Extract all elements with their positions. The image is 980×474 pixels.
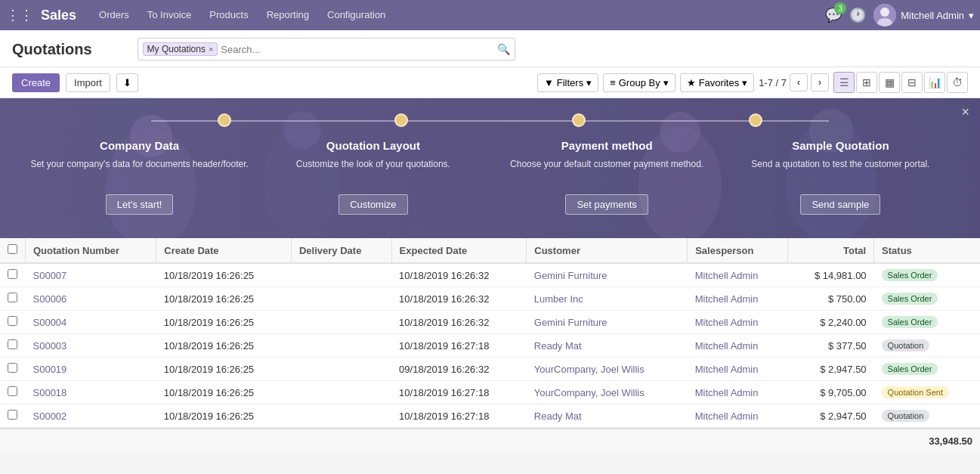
expected-date-4: 09/18/2019 16:26:32	[391, 358, 527, 381]
import-button[interactable]: Import	[66, 73, 110, 92]
col-status[interactable]: Status	[874, 238, 980, 263]
quotation-number-6[interactable]: S00002	[26, 404, 156, 428]
salesperson-3[interactable]: Mitchell Admin	[688, 334, 788, 358]
search-icon[interactable]: 🔍	[497, 43, 510, 55]
messages-icon-wrap[interactable]: 💬 3	[825, 7, 842, 23]
expected-date-1: 10/18/2019 16:26:32	[391, 287, 527, 311]
step-2-button[interactable]: Customize	[339, 194, 407, 215]
col-create-date[interactable]: Create Date	[156, 238, 292, 263]
toolbar-right: ▼ Filters ▾ ≡ Group By ▾ ★ Favorites ▾ 1…	[537, 72, 968, 93]
download-button[interactable]: ⬇	[116, 73, 138, 92]
col-total[interactable]: Total	[788, 238, 874, 263]
col-salesperson[interactable]: Salesperson	[688, 238, 788, 263]
menu-reporting[interactable]: Reporting	[259, 0, 317, 30]
search-input[interactable]	[221, 44, 496, 55]
col-delivery-date[interactable]: Delivery Date	[291, 238, 391, 263]
toolbar: Create Import ⬇ ▼ Filters ▾ ≡ Group By ▾…	[0, 67, 980, 98]
onboarding-step-3: Payment method Choose your default custo…	[490, 139, 724, 215]
activity-view-button[interactable]: ⏱	[947, 72, 968, 93]
onboarding-steps: Company Data Set your company's data for…	[0, 139, 980, 215]
customer-6[interactable]: Ready Mat	[527, 404, 688, 428]
list-view-button[interactable]: ☰	[833, 72, 855, 93]
customer-3[interactable]: Ready Mat	[527, 334, 688, 358]
row-checkbox-0[interactable]	[8, 269, 17, 279]
quotation-number-2[interactable]: S00004	[26, 311, 156, 334]
grid-icon[interactable]: ⋮⋮	[6, 7, 33, 23]
create-date-4: 10/18/2019 16:26:25	[156, 358, 292, 381]
col-customer[interactable]: Customer	[527, 238, 688, 263]
status-4: Sales Order	[874, 358, 980, 381]
row-checkbox-5[interactable]	[8, 386, 17, 396]
prev-page-button[interactable]: ‹	[790, 73, 808, 91]
select-all-header[interactable]	[0, 238, 26, 263]
customer-1[interactable]: Lumber Inc	[527, 287, 688, 311]
row-checkbox-6[interactable]	[8, 410, 17, 420]
step-3-title: Payment method	[561, 139, 653, 152]
user-menu[interactable]: Mitchell Admin ▾	[873, 4, 974, 26]
table-row: S00003 10/18/2019 16:26:25 10/18/2019 16…	[0, 334, 980, 358]
star-icon: ★	[687, 77, 696, 88]
delivery-date-3	[291, 334, 391, 358]
onboarding-step-2: Quotation Layout Customize the look of y…	[256, 139, 490, 215]
total-3: $ 377.50	[788, 334, 874, 358]
col-expected-date[interactable]: Expected Date	[391, 238, 527, 263]
delivery-date-5	[291, 381, 391, 404]
pagination-text: 1-7 / 7	[759, 77, 787, 88]
row-checkbox-1[interactable]	[8, 293, 17, 302]
calendar-view-button[interactable]: ▦	[879, 72, 900, 93]
table-row: S00004 10/18/2019 16:26:25 10/18/2019 16…	[0, 311, 980, 334]
next-page-button[interactable]: ›	[811, 73, 829, 91]
select-all-checkbox[interactable]	[8, 244, 17, 254]
total-0: $ 14,981.00	[788, 263, 874, 287]
group-by-button[interactable]: ≡ Group By ▾	[603, 73, 675, 92]
quotation-number-0[interactable]: S00007	[26, 263, 156, 287]
menu-to-invoice[interactable]: To Invoice	[140, 0, 199, 30]
step-dot-4	[749, 113, 762, 127]
filters-button[interactable]: ▼ Filters ▾	[537, 73, 598, 92]
customer-5[interactable]: YourCompany, Joel Willis	[527, 381, 688, 404]
search-tag-label: My Quotations	[147, 44, 206, 54]
row-checkbox-3[interactable]	[8, 339, 17, 349]
status-1: Sales Order	[874, 287, 980, 311]
menu-orders[interactable]: Orders	[91, 0, 137, 30]
customer-0[interactable]: Gemini Furniture	[527, 263, 688, 287]
favorites-button[interactable]: ★ Favorites ▾	[680, 73, 754, 92]
total-2: $ 2,240.00	[788, 311, 874, 334]
salesperson-1[interactable]: Mitchell Admin	[688, 287, 788, 311]
salesperson-6[interactable]: Mitchell Admin	[688, 404, 788, 428]
step-3-button[interactable]: Set payments	[565, 194, 648, 215]
col-quotation-number[interactable]: Quotation Number	[26, 238, 156, 263]
create-button[interactable]: Create	[12, 73, 60, 92]
status-5: Quotation Sent	[874, 381, 980, 404]
quotation-number-1[interactable]: S00006	[26, 287, 156, 311]
create-date-0: 10/18/2019 16:26:25	[156, 263, 292, 287]
menu-products[interactable]: Products	[202, 0, 255, 30]
step-dot-1	[218, 113, 231, 127]
salesperson-4[interactable]: Mitchell Admin	[688, 358, 788, 381]
salesperson-2[interactable]: Mitchell Admin	[688, 311, 788, 334]
row-checkbox-4[interactable]	[8, 363, 17, 373]
salesperson-0[interactable]: Mitchell Admin	[688, 263, 788, 287]
expected-date-5: 10/18/2019 16:27:18	[391, 381, 527, 404]
menu-configuration[interactable]: Configuration	[320, 0, 393, 30]
step-4-desc: Send a quotation to test the customer po…	[751, 158, 929, 185]
step-4-button[interactable]: Send sample	[800, 194, 880, 215]
step-1-button[interactable]: Let's start!	[106, 194, 174, 215]
quotation-number-5[interactable]: S00018	[26, 381, 156, 404]
app-brand: Sales	[41, 8, 76, 23]
customer-2[interactable]: Gemini Furniture	[527, 311, 688, 334]
search-tag-close[interactable]: ×	[209, 45, 213, 54]
clock-icon[interactable]: 🕐	[849, 7, 866, 23]
svg-point-1	[880, 8, 889, 17]
row-checkbox-2[interactable]	[8, 316, 17, 326]
kanban-view-button[interactable]: ⊞	[856, 72, 877, 93]
top-navigation: ⋮⋮ Sales Orders To Invoice Products Repo…	[0, 0, 980, 30]
onboarding-close-button[interactable]: ×	[961, 104, 969, 120]
graph-view-button[interactable]: 📊	[924, 72, 945, 93]
customer-4[interactable]: YourCompany, Joel Willis	[527, 358, 688, 381]
quotation-number-3[interactable]: S00003	[26, 334, 156, 358]
step-3-desc: Choose your default customer payment met…	[510, 158, 703, 185]
salesperson-5[interactable]: Mitchell Admin	[688, 381, 788, 404]
pivot-view-button[interactable]: ⊟	[901, 72, 923, 93]
quotation-number-4[interactable]: S00019	[26, 358, 156, 381]
